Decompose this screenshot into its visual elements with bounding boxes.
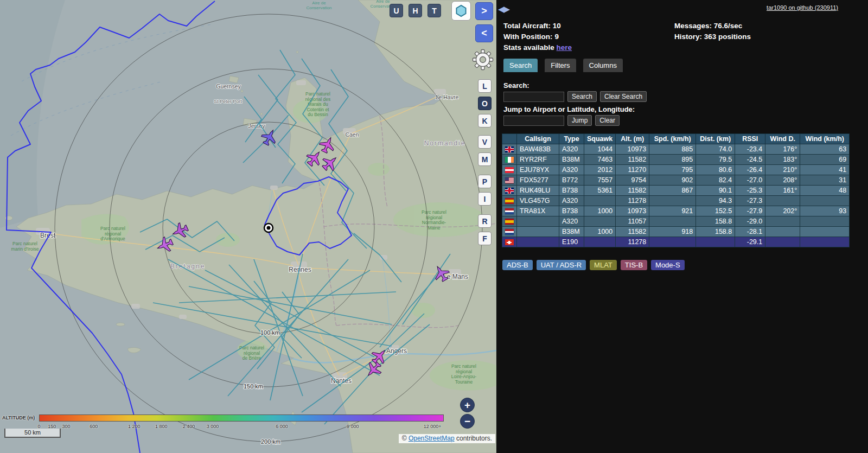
attribution-copyright: © (402, 435, 407, 442)
aircraft-row[interactable]: A32011057158.8-29.0 (502, 216, 850, 227)
flag-cell (502, 206, 517, 216)
legend-mlat[interactable]: MLAT (590, 260, 617, 270)
cell-dist: 80.6 (696, 165, 735, 175)
column-header-callsign[interactable]: Callsign (517, 134, 559, 144)
zoom-out-button[interactable]: − (460, 414, 475, 429)
map-toolbar-button-h[interactable]: H (409, 4, 422, 17)
flag-icon-ch (505, 239, 514, 245)
map-side-button-f[interactable]: F (478, 232, 492, 245)
aircraft-row[interactable]: TRA81XB738100010973921152.5-27.9202°93 (502, 206, 850, 216)
column-header-spd-km-h[interactable]: Spd. (km/h) (649, 134, 696, 144)
park-label: du Bessin (308, 112, 328, 117)
github-link[interactable]: tar1090 on github (230911) (767, 4, 838, 11)
cell-alt: 10973 (616, 206, 649, 216)
tab-filters[interactable]: Filters (545, 59, 576, 72)
map-side-button-l[interactable]: L (478, 79, 492, 93)
map-label-guernsey: Guernsey (216, 83, 241, 90)
column-header-dist-km[interactable]: Dist. (km) (696, 134, 735, 144)
cell-rssi: -23.4 (735, 144, 765, 155)
map-canvas[interactable]: GuernseySt Peter PortJerseyLe HavreCaenN… (0, 0, 496, 453)
aircraft-row[interactable]: RUK49LUB73853611158286790.1-25.3161°48 (502, 186, 850, 196)
column-header-flag[interactable] (502, 134, 517, 144)
column-header-rssi[interactable]: RSSI (735, 134, 765, 144)
map-side-button-p[interactable]: P (478, 175, 492, 188)
column-header-type[interactable]: Type (559, 134, 584, 144)
cell-spd: 795 (649, 165, 696, 175)
flag-icon-es (505, 198, 514, 204)
with-position-label: With Position: (503, 33, 553, 41)
history-value: 363 positions (704, 33, 751, 41)
cell-alt: 11270 (616, 165, 649, 175)
aircraft-row[interactable]: VLG457GA3201127894.3-27.3 (502, 196, 850, 206)
cell-dist: 158.8 (696, 227, 735, 237)
legend-tis-b[interactable]: TIS-B (621, 260, 647, 270)
jump-input[interactable] (503, 116, 564, 126)
map-side-button-o[interactable]: O (478, 97, 492, 110)
search-button[interactable]: Search (567, 91, 597, 102)
legend-ads-b[interactable]: ADS-B (502, 260, 533, 270)
cell-callsign (517, 216, 559, 227)
column-header-alt-m[interactable]: Alt. (m) (616, 134, 649, 144)
flag-icon-nl (505, 208, 514, 214)
cell-rssi: -25.3 (735, 186, 765, 196)
map-side-button-k[interactable]: K (478, 114, 492, 127)
cell-rssi: -29.0 (735, 216, 765, 227)
cell-wind_dir: 176° (765, 144, 800, 155)
aircraft-row[interactable]: E19011278-29.1 (502, 237, 850, 247)
park-label: Parc naturel (12, 241, 37, 246)
jump-button[interactable]: Jump (567, 115, 592, 126)
cell-callsign: RUK49LU (517, 186, 559, 196)
map-area[interactable]: GuernseySt Peter PortJerseyLe HavreCaenN… (0, 0, 496, 453)
aircraft-row[interactable]: B38M100011582918158.8-28.1 (502, 227, 850, 237)
legend-uat-ads-r[interactable]: UAT / ADS-R (537, 260, 586, 270)
cell-rssi: -24.5 (735, 155, 765, 165)
openstreetmap-link[interactable]: OpenStreetMap (409, 435, 455, 442)
aircraft-row[interactable]: BAW483BA32010441097388574.0-23.4176°63 (502, 144, 850, 155)
cell-spd: 921 (649, 206, 696, 216)
hide-panel-arrow-button[interactable]: > (475, 2, 493, 20)
settings-gear-icon[interactable] (471, 48, 494, 71)
cell-type: A320 (559, 165, 584, 175)
tar1090-app: GuernseySt Peter PortJerseyLe HavreCaenN… (0, 0, 868, 453)
legend-mode-s[interactable]: Mode-S (651, 260, 685, 270)
show-panel-arrow-button[interactable]: < (475, 24, 493, 42)
tab-search[interactable]: Search (503, 59, 538, 72)
aircraft-row[interactable]: FDX5277B7727557975490282.4-27.0208°31 (502, 175, 850, 186)
park-label: Maine (427, 225, 440, 231)
search-input[interactable] (503, 92, 564, 102)
cell-dist: 94.3 (696, 196, 735, 206)
aircraft-row[interactable]: EJU78YXA32020121127079580.6-26.4210°41 (502, 165, 850, 175)
map-side-button-r[interactable]: R (478, 214, 492, 228)
aircraft-row[interactable]: RYR2RFB38M74631158289579.5-24.5183°69 (502, 155, 850, 165)
cell-squawk: 1000 (584, 227, 616, 237)
cell-dist (696, 237, 735, 247)
flag-cell (502, 155, 517, 165)
map-side-button-i[interactable]: I (478, 192, 492, 206)
layers-button[interactable] (451, 1, 471, 21)
flag-cell (502, 175, 517, 186)
cell-type: B772 (559, 175, 584, 186)
column-header-wind-km-h[interactable]: Wind (km/h) (800, 134, 850, 144)
table-header-row: CallsignTypeSquawkAlt. (m)Spd. (km/h)Dis… (502, 134, 850, 144)
park-label: Loire-Anjou- (451, 374, 476, 379)
map-toolbar-button-t[interactable]: T (427, 4, 441, 17)
column-header-wind-d[interactable]: Wind D. (765, 134, 800, 144)
cell-dist: 82.4 (696, 175, 735, 186)
cell-spd: 895 (649, 155, 696, 165)
panel-width-toggle[interactable]: ◀▶ (498, 4, 509, 14)
panel-tabs: SearchFiltersColumns (503, 59, 630, 72)
column-header-squawk[interactable]: Squawk (584, 134, 616, 144)
stats-here-link[interactable]: here (557, 43, 572, 52)
map-side-button-v[interactable]: V (478, 135, 492, 149)
cell-squawk (584, 216, 616, 227)
clear-jump-button[interactable]: Clear (595, 115, 620, 126)
map-side-button-m[interactable]: M (478, 152, 492, 166)
flag-cell (502, 216, 517, 227)
clear-search-button[interactable]: Clear Search (600, 91, 647, 102)
cell-type: B738 (559, 186, 584, 196)
zoom-in-button[interactable]: + (460, 398, 475, 412)
park-label: Parc naturel (305, 91, 330, 97)
map-toolbar-button-u[interactable]: U (390, 4, 403, 17)
park-label: Touraine (455, 379, 473, 385)
tab-columns[interactable]: Columns (583, 59, 623, 72)
